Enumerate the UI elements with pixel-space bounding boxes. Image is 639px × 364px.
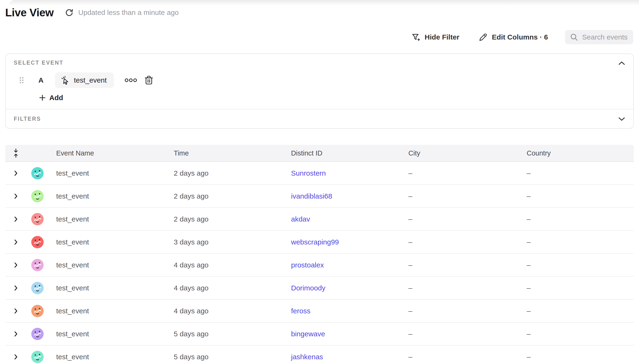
- cell-event-name: test_event: [56, 261, 174, 269]
- avatar: [31, 167, 44, 180]
- delete-event-button[interactable]: [143, 74, 155, 86]
- toolbar: Hide Filter Edit Columns · 6: [411, 30, 633, 44]
- avatar: [31, 213, 44, 225]
- table-row[interactable]: test_event 5 days ago jashkenas – –: [5, 346, 634, 364]
- expand-row-button[interactable]: [5, 216, 27, 222]
- cell-time: 4 days ago: [174, 284, 291, 292]
- cell-city: –: [408, 261, 527, 269]
- cell-city: –: [408, 353, 527, 361]
- avatar-cell: [27, 213, 56, 225]
- column-header-city[interactable]: City: [408, 149, 527, 157]
- cell-time: 2 days ago: [174, 192, 291, 200]
- cell-city: –: [408, 169, 527, 177]
- collapse-rows-button[interactable]: [5, 148, 27, 158]
- expand-row-button[interactable]: [5, 285, 27, 291]
- table-row[interactable]: test_event 2 days ago akdav – –: [5, 208, 634, 231]
- cell-distinct-id-link[interactable]: Sunrostern: [291, 169, 408, 177]
- collapse-section-button[interactable]: [618, 59, 626, 67]
- cell-distinct-id-link[interactable]: prostoalex: [291, 261, 408, 269]
- search-input[interactable]: [582, 33, 629, 41]
- cell-city: –: [408, 215, 527, 223]
- cell-city: –: [408, 238, 527, 246]
- avatar: [31, 305, 44, 317]
- column-header-country[interactable]: Country: [527, 149, 634, 157]
- cell-distinct-id-link[interactable]: Dorimoody: [291, 284, 408, 292]
- expand-row-button[interactable]: [5, 239, 27, 245]
- avatar-cell: [27, 259, 56, 271]
- table-row[interactable]: test_event 5 days ago bingewave – –: [5, 322, 634, 346]
- content-sheet-top-shadow: [9, 0, 639, 6]
- chevron-right-icon: [14, 193, 18, 199]
- cell-city: –: [408, 307, 527, 315]
- avatar-cell: [27, 328, 56, 340]
- cell-country: –: [527, 261, 634, 269]
- expand-row-button[interactable]: [5, 170, 27, 176]
- avatar: [31, 282, 44, 294]
- last-updated-text: Updated less than a minute ago: [78, 8, 179, 16]
- cell-city: –: [408, 192, 527, 200]
- chevron-right-icon: [14, 216, 18, 222]
- cell-distinct-id-link[interactable]: ivandiblasi68: [291, 192, 408, 200]
- cell-time: 4 days ago: [174, 261, 291, 269]
- filters-section: FILTERS: [6, 109, 633, 128]
- filters-label: FILTERS: [14, 116, 41, 122]
- table-row[interactable]: test_event 2 days ago ivandiblasi68 – –: [5, 185, 634, 208]
- refresh-button[interactable]: [64, 7, 75, 18]
- avatar: [31, 259, 44, 271]
- cell-country: –: [527, 169, 634, 177]
- add-event-button[interactable]: Add: [39, 94, 63, 102]
- page-title: Live View: [5, 6, 54, 19]
- more-options-button[interactable]: [125, 74, 137, 86]
- selected-event-name: test_event: [74, 76, 107, 84]
- drag-handle-icon[interactable]: [19, 76, 25, 85]
- cell-event-name: test_event: [56, 169, 174, 177]
- cell-time: 2 days ago: [174, 169, 291, 177]
- hide-filter-button[interactable]: Hide Filter: [411, 32, 460, 42]
- chevron-right-icon: [14, 262, 18, 268]
- cell-distinct-id-link[interactable]: jashkenas: [291, 353, 408, 361]
- edit-columns-button[interactable]: Edit Columns · 6: [478, 32, 548, 42]
- chevron-right-icon: [14, 170, 18, 176]
- filter-plus-icon: [411, 32, 421, 42]
- cell-distinct-id-link[interactable]: webscraping99: [291, 238, 408, 246]
- avatar-cell: [27, 190, 56, 202]
- cell-event-name: test_event: [56, 353, 174, 361]
- cell-event-name: test_event: [56, 238, 174, 246]
- avatar-cell: [27, 351, 56, 363]
- expand-row-button[interactable]: [5, 331, 27, 337]
- chevron-right-icon: [14, 285, 18, 291]
- column-header-time[interactable]: Time: [174, 149, 291, 157]
- cell-country: –: [527, 215, 634, 223]
- cell-event-name: test_event: [56, 307, 174, 315]
- cell-time: 4 days ago: [174, 307, 291, 315]
- column-header-event-name[interactable]: Event Name: [56, 149, 174, 157]
- event-selector-button[interactable]: test_event: [55, 72, 114, 88]
- table-row[interactable]: test_event 2 days ago Sunrostern – –: [5, 162, 634, 185]
- cell-distinct-id-link[interactable]: akdav: [291, 215, 408, 223]
- cell-event-name: test_event: [56, 192, 174, 200]
- expand-row-button[interactable]: [5, 193, 27, 199]
- edit-columns-label: Edit Columns · 6: [492, 33, 548, 41]
- table-row[interactable]: test_event 4 days ago prostoalex – –: [5, 254, 634, 277]
- table-row[interactable]: test_event 3 days ago webscraping99 – –: [5, 231, 634, 254]
- cell-time: 3 days ago: [174, 238, 291, 246]
- cell-time: 5 days ago: [174, 330, 291, 338]
- cell-country: –: [527, 307, 634, 315]
- cell-distinct-id-link[interactable]: bingewave: [291, 330, 408, 338]
- column-header-distinct-id[interactable]: Distinct ID: [291, 149, 408, 157]
- expand-row-button[interactable]: [5, 354, 27, 360]
- events-table: Event Name Time Distinct ID City Country: [5, 145, 634, 364]
- table-row[interactable]: test_event 4 days ago feross – –: [5, 300, 634, 322]
- expand-row-button[interactable]: [5, 308, 27, 314]
- cell-distinct-id-link[interactable]: feross: [291, 307, 408, 315]
- search-events-box[interactable]: [565, 30, 633, 44]
- cell-time: 2 days ago: [174, 215, 291, 223]
- table-row[interactable]: test_event 4 days ago Dorimoody – –: [5, 277, 634, 300]
- chevron-down-icon: [618, 117, 625, 121]
- expand-filters-button[interactable]: [618, 115, 626, 123]
- expand-row-button[interactable]: [5, 262, 27, 268]
- avatar: [31, 328, 44, 340]
- add-button-label: Add: [49, 94, 63, 102]
- trash-icon: [144, 75, 154, 86]
- event-row-letter: A: [38, 76, 44, 84]
